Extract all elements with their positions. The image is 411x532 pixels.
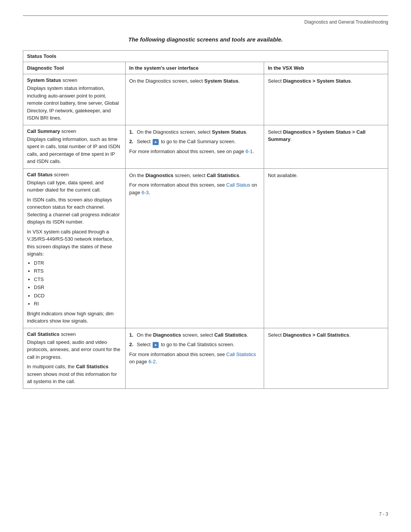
- list-item: 1. On the Diagnostics screen, select Sys…: [129, 128, 260, 136]
- diagnostics-bold: Diagnostics: [145, 173, 174, 178]
- call-summary-interface-list: 1. On the Diagnostics screen, select Sys…: [129, 128, 260, 145]
- list-item: DCD: [34, 292, 121, 300]
- step-number: 1.: [129, 331, 135, 339]
- main-table: Status Tools Diagnostic Tool In the syst…: [23, 50, 388, 389]
- call-status-link[interactable]: Call Status: [226, 182, 250, 188]
- system-status-name: System Status: [27, 77, 61, 83]
- header-title: Diagnostics and General Troubleshooting: [304, 19, 388, 25]
- system-status-bold: System Status: [204, 78, 239, 84]
- page-link[interactable]: 6-3: [142, 190, 149, 195]
- system-status-desc: Displays system status information, incl…: [27, 85, 121, 122]
- system-status-suffix: screen: [62, 77, 77, 83]
- step-bold: System Status: [212, 129, 246, 135]
- call-summary-vsx-cell: Select Diagnostics > System Status > Cal…: [264, 125, 388, 168]
- call-statistics-interface-cell: 1. On the Diagnostics screen, select Cal…: [125, 328, 264, 388]
- page-container: Diagnostics and General Troubleshooting …: [0, 0, 411, 412]
- col-header-vsx: In the VSX Web: [264, 62, 388, 74]
- call-summary-name: Call Summary: [27, 128, 60, 134]
- header-bar: Diagnostics and General Troubleshooting: [23, 15, 388, 25]
- call-statistics-desc: Displays call speed, audio and video pro…: [27, 339, 121, 385]
- call-status-footer: For more information about this screen, …: [129, 181, 260, 196]
- call-statistics-vsx-cell: Select Diagnostics > Call Statistics.: [264, 328, 388, 388]
- call-summary-vsx-text: Select Diagnostics > System Status > Cal…: [268, 128, 384, 143]
- list-item: 2. Select to go to the Call Summary scre…: [129, 138, 260, 145]
- list-item: DTR: [34, 259, 121, 267]
- call-statistics-name: Call Statistics: [27, 331, 59, 337]
- desc-para-2: In ISDN calls, this screen also displays…: [27, 196, 121, 226]
- system-status-vsx-text: Select Diagnostics > System Status.: [268, 77, 384, 85]
- call-statistics-suffix: screen: [61, 331, 76, 337]
- desc-para-4: Bright indicators show high signals; dim…: [27, 310, 121, 325]
- diagnostics-bold: Diagnostics: [153, 332, 181, 338]
- desc-para-2: In multipoint calls, the Call Statistics…: [27, 363, 121, 385]
- step-text: On the Diagnostics screen, select Call S…: [137, 331, 249, 339]
- system-status-vsx-bold1: Diagnostics > System Status: [283, 78, 351, 84]
- section-header-cell: Status Tools: [23, 51, 388, 62]
- call-status-tool-cell: Call Status screen Displays call type, d…: [23, 168, 126, 328]
- list-item: RTS: [34, 267, 121, 275]
- signals-list: DTR RTS CTS DSR DCD RI: [27, 259, 121, 308]
- call-statistics-interface-list: 1. On the Diagnostics screen, select Cal…: [129, 331, 260, 348]
- section-header-label: Status Tools: [27, 53, 56, 59]
- call-summary-vsx-bold: Diagnostics > System Status > Call Summa…: [268, 129, 366, 142]
- call-summary-desc: Displays calling information, such as ti…: [27, 136, 121, 165]
- step-text: On the Diagnostics screen, select System…: [137, 128, 247, 136]
- call-statistics-footer: For more information about this screen, …: [129, 351, 260, 366]
- call-status-interface-text: On the Diagnostics screen, select Call S…: [129, 172, 260, 179]
- table-row: Call Status screen Displays call type, d…: [23, 168, 388, 328]
- call-summary-tool-cell: Call Summary screen Displays calling inf…: [23, 125, 126, 168]
- table-row: Call Summary screen Displays calling inf…: [23, 125, 388, 168]
- col-header-interface: In the system's user interface: [125, 62, 264, 74]
- step-text: Select to go to the Call Statistics scre…: [137, 341, 234, 348]
- call-status-name: Call Status: [27, 172, 53, 177]
- call-summary-suffix: screen: [61, 128, 76, 134]
- list-item: 1. On the Diagnostics screen, select Cal…: [129, 331, 260, 339]
- call-status-desc: Displays call type, data speed, and numb…: [27, 179, 121, 325]
- system-status-vsx-cell: Select Diagnostics > System Status.: [264, 74, 388, 125]
- list-item: 2. Select to go to the Call Statistics s…: [129, 341, 260, 348]
- step-number: 2.: [129, 341, 135, 348]
- section-header-row: Status Tools: [23, 51, 388, 62]
- list-item: RI: [34, 300, 121, 308]
- list-item: DSR: [34, 284, 121, 291]
- page-link[interactable]: 6-2: [148, 359, 156, 364]
- call-status-vsx-text: Not available.: [268, 172, 384, 179]
- col-headers-row: Diagnostic Tool In the system's user int…: [23, 62, 388, 74]
- desc-para-3: In VSX system calls placed through a V.3…: [27, 228, 121, 258]
- desc-para-1: Displays call speed, audio and video pro…: [27, 339, 121, 361]
- call-status-interface-cell: On the Diagnostics screen, select Call S…: [125, 168, 264, 328]
- nav-icon: [153, 342, 159, 348]
- call-statistics-link[interactable]: Call Statistics: [226, 351, 256, 357]
- system-status-interface-cell: On the Diagnostics screen, select System…: [125, 74, 264, 125]
- system-status-interface-text: On the Diagnostics screen, select System…: [129, 77, 260, 85]
- table-row: System Status screen Displays system sta…: [23, 74, 388, 125]
- call-statistics-tool-cell: Call Statistics screen Displays call spe…: [23, 328, 126, 388]
- call-summary-interface-cell: 1. On the Diagnostics screen, select Sys…: [125, 125, 264, 168]
- call-statistics-vsx-bold: Diagnostics > Call Statistics: [283, 332, 349, 338]
- call-statistics-bold: Call Statistics: [207, 173, 239, 178]
- call-summary-footer: For more information about this screen, …: [129, 148, 260, 155]
- call-statistics-vsx-text: Select Diagnostics > Call Statistics.: [268, 331, 384, 339]
- call-statistics-bold-inline: Call Statistics: [76, 364, 108, 369]
- page-heading: The following diagnostic screens and too…: [23, 36, 388, 43]
- col-header-diagnostic: Diagnostic Tool: [23, 62, 126, 74]
- nav-icon: [153, 139, 159, 145]
- table-row: Call Statistics screen Displays call spe…: [23, 328, 388, 388]
- call-status-vsx-cell: Not available.: [264, 168, 388, 328]
- system-status-tool-cell: System Status screen Displays system sta…: [23, 74, 126, 125]
- step-number: 1.: [129, 128, 135, 136]
- page-number: 7 - 3: [379, 511, 388, 517]
- list-item: CTS: [34, 276, 121, 283]
- page-link[interactable]: 6-1: [245, 149, 253, 154]
- call-statistics-bold: Call Statistics: [214, 332, 247, 338]
- call-status-suffix: screen: [54, 172, 69, 177]
- step-text: Select to go to the Call Summary screen.: [137, 138, 236, 145]
- step-number: 2.: [129, 138, 135, 145]
- desc-para-1: Displays call type, data speed, and numb…: [27, 179, 121, 194]
